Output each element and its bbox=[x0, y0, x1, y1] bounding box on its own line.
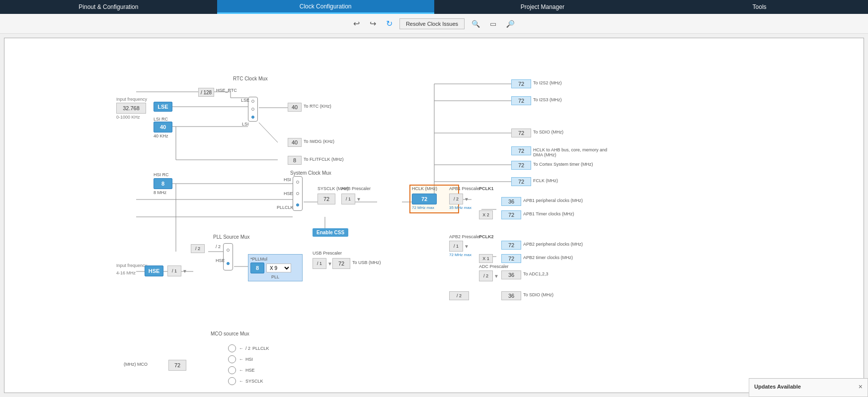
hclk-bus-value-box[interactable]: 72 bbox=[511, 146, 531, 155]
hse-pll-dot bbox=[227, 262, 230, 265]
enable-css-button[interactable]: Enable CSS bbox=[313, 228, 348, 237]
hse-box[interactable]: HSE bbox=[145, 265, 163, 276]
hsi-div2-box[interactable]: / 2 bbox=[191, 244, 205, 253]
nav-tab-project[interactable]: Project Manager bbox=[434, 0, 651, 14]
mco-dot-sysclk[interactable] bbox=[228, 377, 236, 385]
apb2-periph-label: APB2 peripheral clocks (MHz) bbox=[523, 242, 583, 247]
usb-div-box[interactable]: / 1 bbox=[313, 258, 326, 269]
fclk-value-box[interactable]: 72 bbox=[511, 177, 531, 186]
hclk-max: 72 MHz max bbox=[412, 205, 434, 210]
ahb-div-box[interactable]: / 1 bbox=[341, 194, 355, 204]
mco-dot-hse[interactable] bbox=[228, 366, 236, 374]
apb2-timer-value[interactable]: 72 bbox=[501, 254, 521, 263]
mco-dot-hsi[interactable] bbox=[228, 355, 236, 363]
rtc-clock-mux-label: RTC Clock Mux bbox=[233, 75, 268, 81]
iwdg-label: To IWDG (KHz) bbox=[304, 139, 334, 144]
apb1-timer-value[interactable]: 72 bbox=[501, 210, 521, 219]
apb2-prescaler-label: APB2 Prescaler bbox=[449, 234, 481, 239]
div128-box[interactable]: / 128 bbox=[198, 88, 214, 97]
input-freq-range-2: 4-16 MHz bbox=[116, 270, 136, 275]
lse-box[interactable]: LSE bbox=[154, 102, 172, 112]
adc-div-container: / 2 ▼ bbox=[479, 270, 499, 281]
sdio-value-bottom-box[interactable]: 36 bbox=[501, 291, 521, 300]
pll-source-mux-label: PLL Source Mux bbox=[213, 234, 250, 240]
adc-prescaler-label: ADC Prescaler bbox=[479, 264, 509, 269]
flitfclk-label: To FLITFCLK (MHz) bbox=[304, 157, 344, 162]
i2s3-value-box[interactable]: 72 bbox=[511, 96, 531, 105]
adc-value-box[interactable]: 36 bbox=[501, 270, 521, 279]
hse-div1-container: / 1 ▼ bbox=[167, 265, 187, 276]
input-freq-value-1[interactable]: 32.768 bbox=[116, 103, 146, 114]
cortex-label: To Cortex System timer (MHz) bbox=[533, 162, 593, 167]
apb2-div-container: / 1 ▼ bbox=[449, 241, 469, 252]
mco-dot-pllclk[interactable] bbox=[228, 344, 236, 352]
fit-button[interactable]: ▭ bbox=[487, 18, 499, 30]
update-close-button[interactable]: × bbox=[859, 383, 863, 391]
refresh-button[interactable]: ↻ bbox=[383, 17, 395, 30]
hse-div1-box[interactable]: / 1 bbox=[167, 265, 181, 276]
adc-div-box[interactable]: / 2 bbox=[479, 270, 493, 281]
hsi-rc-value-box[interactable]: 8 bbox=[154, 178, 172, 189]
nav-tab-pinout[interactable]: Pinout & Configuration bbox=[0, 0, 217, 14]
sysclk-value-box[interactable]: 72 bbox=[317, 194, 335, 204]
apb1-periph-value[interactable]: 36 bbox=[501, 197, 521, 206]
mco-mux[interactable]: ← / 2 PLLCLK ← HSI ← HSE ← SYSCLK bbox=[228, 344, 269, 385]
enable-css-container: Enable CSS bbox=[313, 228, 348, 237]
iwdg-output-box[interactable]: 40 bbox=[288, 138, 302, 147]
ahb-prescaler-label: AHB Prescaler bbox=[341, 186, 371, 191]
undo-button[interactable]: ↩ bbox=[350, 17, 363, 30]
toolbar: ↩ ↪ ↻ Resolve Clock Issues 🔍 ▭ 🔍 bbox=[0, 14, 868, 34]
usb-prescaler-label: USB Prescaler bbox=[313, 251, 342, 256]
pllclk-sys-label: PLLCLK bbox=[277, 205, 294, 210]
i2s2-label: To I2S2 (MHz) bbox=[533, 80, 562, 85]
apb2-timer-x1[interactable]: X 1 bbox=[479, 254, 493, 263]
usb-value-box[interactable]: 72 bbox=[332, 258, 350, 269]
lsi-rc-value-box[interactable]: 40 bbox=[154, 122, 172, 132]
pclk1-label: PCLK1 bbox=[479, 186, 494, 191]
hse-rtc-label: HSE_RTC bbox=[216, 88, 237, 93]
resolve-clock-button[interactable]: Resolve Clock Issues bbox=[399, 18, 465, 29]
rtc-label: To RTC (KHz) bbox=[304, 104, 331, 109]
pll-mul-select[interactable]: X 9 bbox=[266, 264, 291, 272]
hclk-bus-label: HCLK to AHB bus, core, memory and DMA (M… bbox=[533, 147, 608, 157]
system-mux[interactable] bbox=[293, 176, 303, 211]
zoom-out-button[interactable]: 🔍 bbox=[503, 18, 518, 30]
usb-div-container: / 1 ▼ bbox=[313, 258, 332, 269]
rtc-output-box[interactable]: 40 bbox=[288, 103, 302, 112]
cortex-value-box[interactable]: 72 bbox=[511, 161, 531, 170]
i2s3-label: To I2S3 (MHz) bbox=[533, 97, 562, 102]
apb1-timer-label: APB1 Timer clocks (MHz) bbox=[523, 211, 574, 216]
mco-hse-label: HSE bbox=[245, 368, 255, 373]
sdio-top-value-box[interactable]: 72 bbox=[511, 129, 531, 137]
usb-label: To USB (MHz) bbox=[352, 260, 381, 265]
hsi-rc-section: HSI RC 8 8 MHz bbox=[154, 172, 172, 195]
apb2-max: 72 MHz max bbox=[449, 253, 472, 257]
apb1-div-box[interactable]: / 2 bbox=[449, 194, 463, 204]
zoom-in-button[interactable]: 🔍 bbox=[469, 18, 483, 30]
pll-mul-value[interactable]: 8 bbox=[250, 263, 264, 273]
mux-dot-3 bbox=[251, 116, 254, 119]
lsi-mux-label: LSI bbox=[242, 122, 249, 127]
svg-line-7 bbox=[259, 123, 278, 142]
hsi-pll-dot bbox=[227, 249, 230, 252]
apb2-div-box[interactable]: / 1 bbox=[449, 241, 463, 252]
i2s2-value-box[interactable]: 72 bbox=[511, 79, 531, 88]
hclk-value-box[interactable]: 72 bbox=[412, 194, 437, 204]
input-freq-2: Input frequency bbox=[116, 263, 147, 268]
redo-button[interactable]: ↪ bbox=[367, 17, 379, 30]
nav-tab-clock[interactable]: Clock Configuration bbox=[217, 0, 434, 14]
apb2-timer-label: APB2 timer clocks (MHz) bbox=[523, 255, 573, 260]
flitfclk-output-box[interactable]: 8 bbox=[288, 156, 302, 165]
apb2-periph-value[interactable]: 72 bbox=[501, 241, 521, 250]
sdio-div2-bottom[interactable]: / 2 bbox=[449, 291, 469, 300]
hsi-sys-label: HSI bbox=[284, 177, 291, 182]
apb1-timer-x2[interactable]: X 2 bbox=[479, 210, 493, 219]
pll-source-mux[interactable] bbox=[223, 243, 233, 270]
lsi-rc-label: LSI RC bbox=[154, 117, 168, 122]
apb1-periph-label: APB1 peripheral clocks (MHz) bbox=[523, 198, 583, 203]
nav-tab-tools[interactable]: Tools bbox=[651, 0, 868, 14]
top-navigation: Pinout & Configuration Clock Configurati… bbox=[0, 0, 868, 14]
update-title: Updates Available bbox=[754, 384, 801, 390]
mco-output-box[interactable]: 72 bbox=[168, 360, 186, 371]
apb1-max: 35 MHz max bbox=[449, 205, 472, 210]
